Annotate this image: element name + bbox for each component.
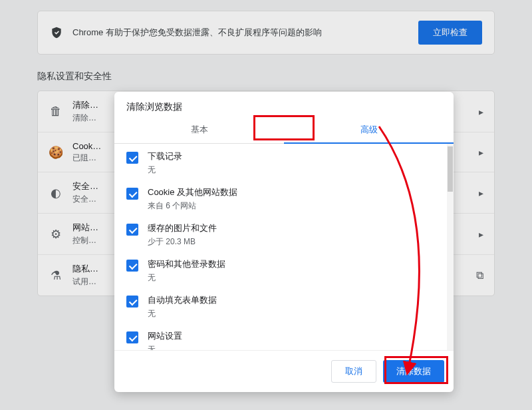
chevron-right-icon: ▸ xyxy=(479,147,483,158)
option-download-history[interactable]: 下载记录 无 xyxy=(114,146,454,182)
safety-check-banner: Chrome 有助于保护您免受数据泄露、不良扩展程序等问题的影响 立即检查 xyxy=(37,11,495,55)
option-site-settings[interactable]: 网站设置 无 xyxy=(114,326,454,350)
checkbox-checked-icon[interactable] xyxy=(126,260,138,272)
scrollbar-thumb[interactable] xyxy=(448,146,453,192)
dialog-body: 下载记录 无 Cookie 及其他网站数据 来自 6 个网站 缓存的图片和文件 … xyxy=(114,144,454,350)
chevron-right-icon: ▸ xyxy=(479,106,483,117)
checkbox-checked-icon[interactable] xyxy=(126,224,138,236)
checkbox-checked-icon[interactable] xyxy=(126,152,138,164)
sliders-icon: ⚙ xyxy=(49,227,63,242)
checkbox-checked-icon[interactable] xyxy=(126,331,138,343)
option-autofill[interactable]: 自动填充表单数据 无 xyxy=(114,290,454,326)
chevron-right-icon: ▸ xyxy=(479,229,483,240)
tab-advanced[interactable]: 高级 xyxy=(284,117,454,144)
shield-half-icon: ◐ xyxy=(49,186,63,200)
tab-basic[interactable]: 基本 xyxy=(114,117,284,144)
clear-browsing-data-dialog: 清除浏览数据 基本 高级 下载记录 无 Cookie 及其他网站数据 来自 6 … xyxy=(114,92,454,392)
option-cached-images[interactable]: 缓存的图片和文件 少于 20.3 MB xyxy=(114,218,454,254)
shield-check-icon xyxy=(50,25,63,40)
flask-icon: ⚗ xyxy=(49,268,63,283)
section-title: 隐私设置和安全性 xyxy=(37,71,495,83)
dialog-tabs: 基本 高级 xyxy=(114,117,454,144)
dialog-title: 清除浏览数据 xyxy=(114,92,454,117)
checkbox-checked-icon[interactable] xyxy=(126,188,138,200)
trash-icon: 🗑 xyxy=(49,104,63,118)
dialog-footer: 取消 清除数据 xyxy=(114,350,454,392)
option-cookies[interactable]: Cookie 及其他网站数据 来自 6 个网站 xyxy=(114,182,454,218)
checkbox-checked-icon[interactable] xyxy=(126,296,138,308)
banner-text: Chrome 有助于保护您免受数据泄露、不良扩展程序等问题的影响 xyxy=(72,27,409,39)
check-now-button[interactable]: 立即检查 xyxy=(418,21,482,45)
scrollbar[interactable] xyxy=(447,144,454,350)
clear-data-button[interactable]: 清除数据 xyxy=(383,360,444,383)
cookie-icon: 🍪 xyxy=(49,145,63,160)
cancel-button[interactable]: 取消 xyxy=(331,360,376,383)
option-passwords[interactable]: 密码和其他登录数据 无 xyxy=(114,254,454,290)
chevron-right-icon: ▸ xyxy=(479,188,483,198)
open-external-icon: ⧉ xyxy=(476,270,483,282)
